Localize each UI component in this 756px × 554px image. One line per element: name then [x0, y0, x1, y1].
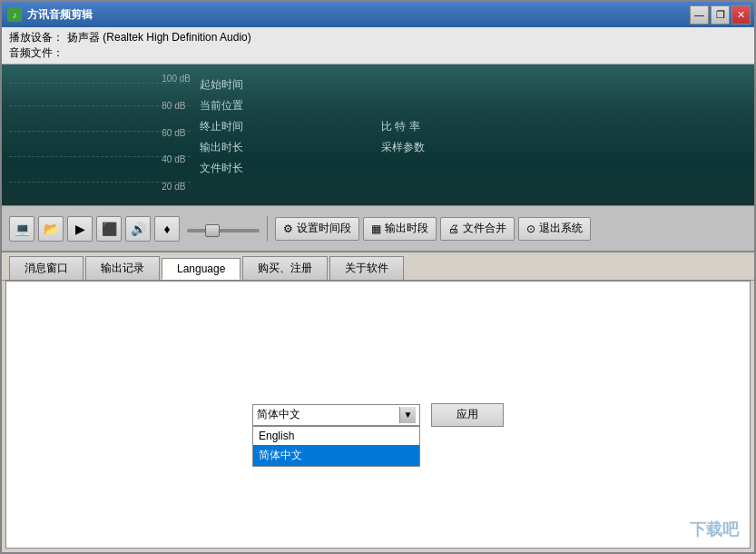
waveform-info-row-2: 当前位置 — [200, 98, 747, 114]
waveform-info-row-4: 输出时长 采样参数 — [200, 140, 747, 155]
toolbar-icon-play[interactable]: ▶ — [67, 216, 93, 242]
toolbar-icon-5[interactable]: ♦ — [154, 216, 180, 242]
waveform-info-row-5: 文件时长 — [200, 161, 747, 176]
apply-button[interactable]: 应用 — [431, 403, 504, 427]
language-dropdown[interactable]: 简体中文 ▼ — [252, 404, 420, 426]
settings-icon: ⚙ — [283, 223, 293, 235]
db-label-20: 20 dB — [162, 182, 191, 192]
toolbar-icon-volume[interactable]: 🔊 — [125, 216, 151, 242]
language-dropdown-list: English 简体中文 — [252, 426, 420, 467]
output-label: 输出时段 — [385, 221, 428, 236]
info-panel: 起始时间 当前位置 终止时间 比 特 率 输出时长 采样参数 文件时长 — [200, 70, 747, 200]
output-segment-button[interactable]: ▦ 输出时段 — [363, 217, 437, 241]
merge-files-button[interactable]: 🖨 文件合并 — [440, 217, 515, 241]
toolbar: 💻 📂 ▶ ⬛ 🔊 ♦ ⚙ 设置时间段 ▦ 输出时段 🖨 文件合并 ⊙ 退出系统 — [2, 205, 754, 252]
audio-file-label: 音频文件： — [9, 45, 64, 61]
waveform-area: 100 dB 80 dB 60 dB 40 dB 20 dB 起始时间 当前位置… — [2, 64, 754, 205]
tab-purchase[interactable]: 购买、注册 — [242, 256, 328, 280]
waveform-info-row-3: 终止时间 比 特 率 — [200, 119, 747, 134]
volume-slider-area — [187, 225, 260, 232]
file-duration-label: 文件时长 — [200, 161, 309, 176]
db-label-40: 40 dB — [162, 154, 191, 164]
language-content: 简体中文 ▼ English 简体中文 应用 — [6, 282, 750, 548]
playback-value: 扬声器 (Realtek High Definition Audio) — [67, 30, 251, 45]
settings-label: 设置时间段 — [297, 221, 351, 236]
dropdown-item-english[interactable]: English — [253, 427, 419, 445]
language-selected-value: 简体中文 — [257, 407, 300, 422]
restore-button[interactable]: ❒ — [711, 5, 730, 25]
main-window: ♪ 方讯音频剪辑 — ❒ ✕ 播放设备： 扬声器 (Realtek High D… — [0, 0, 756, 554]
db-labels: 100 dB 80 dB 60 dB 40 dB 20 dB — [162, 74, 191, 192]
playback-label: 播放设备： — [9, 30, 64, 45]
dropdown-item-chinese[interactable]: 简体中文 — [253, 445, 419, 466]
playback-row: 播放设备： 扬声器 (Realtek High Definition Audio… — [9, 30, 747, 45]
minimize-button[interactable]: — — [690, 5, 709, 25]
title-bar-left: ♪ 方讯音频剪辑 — [7, 7, 93, 23]
toolbar-icon-stop[interactable]: ⬛ — [96, 216, 122, 242]
tab-messages[interactable]: 消息窗口 — [9, 256, 83, 280]
exit-system-button[interactable]: ⊙ 退出系统 — [518, 217, 591, 241]
tab-about[interactable]: 关于软件 — [329, 256, 404, 280]
dropdown-arrow-icon[interactable]: ▼ — [399, 407, 416, 423]
audio-file-row: 音频文件： — [9, 45, 747, 61]
db-label-80: 80 dB — [162, 101, 191, 111]
tab-language[interactable]: Language — [162, 258, 241, 280]
toolbar-icon-2[interactable]: 📂 — [38, 216, 64, 242]
volume-slider-thumb[interactable] — [205, 224, 220, 237]
app-icon: ♪ — [7, 7, 22, 22]
content-area: 简体中文 ▼ English 简体中文 应用 — [5, 281, 751, 549]
output-duration-label: 输出时长 — [200, 140, 309, 155]
volume-slider-track[interactable] — [187, 229, 260, 232]
output-icon: ▦ — [371, 223, 381, 235]
merge-icon: 🖨 — [448, 223, 459, 235]
db-label-60: 60 dB — [162, 128, 191, 138]
language-dropdown-wrapper: 简体中文 ▼ English 简体中文 — [252, 404, 420, 426]
exit-icon: ⊙ — [526, 223, 535, 235]
toolbar-separator-1 — [267, 216, 268, 242]
waveform-canvas: 100 dB 80 dB 60 dB 40 dB 20 dB — [9, 70, 191, 197]
language-row: 简体中文 ▼ English 简体中文 应用 — [252, 403, 504, 427]
toolbar-icon-1[interactable]: 💻 — [9, 216, 34, 242]
title-bar: ♪ 方讯音频剪辑 — ❒ ✕ — [2, 2, 754, 27]
merge-label: 文件合并 — [463, 221, 506, 236]
window-title: 方讯音频剪辑 — [27, 7, 93, 23]
end-time-label: 终止时间 — [200, 119, 309, 134]
current-pos-label: 当前位置 — [200, 98, 309, 114]
start-time-label: 起始时间 — [200, 77, 309, 93]
db-label-100: 100 dB — [162, 74, 191, 84]
settings-segment-button[interactable]: ⚙ 设置时间段 — [275, 217, 359, 241]
apply-label: 应用 — [457, 407, 478, 422]
bitrate-label: 比 特 率 — [381, 119, 490, 134]
title-buttons: — ❒ ✕ — [690, 5, 751, 25]
tab-bar: 消息窗口 输出记录 Language 购买、注册 关于软件 — [2, 252, 754, 281]
sample-params-label: 采样参数 — [381, 140, 490, 155]
watermark: 下载吧 — [690, 519, 739, 540]
waveform-info-row-1: 起始时间 — [200, 77, 747, 93]
exit-label: 退出系统 — [539, 221, 583, 236]
info-bar: 播放设备： 扬声器 (Realtek High Definition Audio… — [2, 27, 754, 64]
close-button[interactable]: ✕ — [731, 5, 751, 25]
tab-output[interactable]: 输出记录 — [85, 256, 160, 280]
